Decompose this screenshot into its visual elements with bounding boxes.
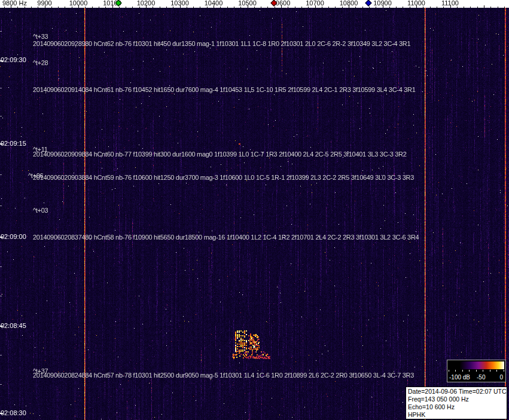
freq-tick	[261, 7, 261, 8]
colorbar-gradient	[449, 361, 504, 369]
freq-tick	[355, 7, 356, 8]
freq-tick	[254, 7, 255, 8]
freq-tick	[464, 7, 464, 8]
freq-tick	[85, 7, 86, 8]
freq-tick	[38, 7, 38, 8]
freq-tick	[504, 7, 505, 8]
freq-tick	[92, 7, 93, 8]
freq-tick	[45, 5, 45, 8]
freq-tick	[369, 7, 370, 8]
freq-tick	[477, 7, 478, 8]
freq-tick	[335, 7, 336, 8]
freq-tick	[301, 7, 302, 8]
freq-tick	[17, 7, 18, 8]
freq-tick	[416, 5, 417, 8]
freq-tick	[342, 7, 343, 8]
freq-tick	[423, 7, 423, 8]
freq-tick	[11, 5, 11, 8]
freq-tick	[187, 7, 187, 8]
freq-tick	[173, 7, 173, 8]
freq-tick	[437, 7, 437, 8]
freq-tick	[25, 7, 25, 8]
blue-diamond-marker[interactable]	[365, 0, 372, 7]
freq-tick	[193, 7, 194, 8]
freq-tick	[450, 5, 451, 8]
freq-tick	[403, 7, 403, 8]
freq-tick	[308, 7, 309, 8]
freq-tick	[119, 7, 120, 8]
freq-tick	[180, 5, 181, 8]
freq-tick	[31, 7, 32, 8]
freq-tick	[396, 7, 397, 8]
info-frequency: Freq=143 050 000 Hz	[408, 396, 505, 403]
freq-tick	[166, 7, 167, 8]
db-colorbar: -100 dB -50 0	[447, 360, 506, 382]
freq-tick	[484, 5, 484, 8]
freq-tick	[72, 7, 72, 8]
freq-tick	[200, 7, 200, 8]
freq-tick	[126, 7, 126, 8]
freq-tick	[490, 7, 491, 8]
freq-tick	[322, 7, 322, 8]
freq-tick	[227, 7, 228, 8]
freq-tick	[376, 7, 376, 8]
info-date-time: Date=2014-09-06 Time=02:07 UTC	[408, 388, 505, 396]
info-echo-frequency: Echo=10 600 Hz	[408, 403, 505, 411]
freq-tick	[160, 7, 160, 8]
freq-tick	[430, 7, 431, 8]
freq-tick	[139, 7, 140, 8]
freq-tick	[240, 7, 241, 8]
colorbar-label-min: -100 dB	[449, 375, 470, 381]
freq-tick	[362, 7, 363, 8]
freq-tick	[112, 5, 113, 8]
freq-tick	[207, 7, 208, 8]
colorbar-label-mid: -50	[477, 375, 485, 381]
freq-tick	[295, 7, 295, 8]
freq-tick	[58, 7, 59, 8]
freq-tick-label: 9800 Hz	[2, 0, 27, 7]
freq-tick	[328, 7, 329, 8]
freq-tick	[470, 7, 471, 8]
freq-tick	[78, 5, 79, 8]
freq-tick	[498, 7, 498, 8]
freq-tick	[349, 5, 349, 8]
freq-tick	[281, 5, 282, 8]
freq-tick	[389, 7, 390, 8]
freq-tick	[315, 5, 316, 8]
freq-tick	[443, 7, 444, 8]
freq-tick	[275, 7, 275, 8]
freq-tick	[51, 7, 52, 8]
frequency-axis: 9800 Hz990010000101001020010300104001050…	[0, 0, 509, 8]
freq-tick	[248, 5, 248, 8]
freq-tick	[153, 7, 153, 8]
freq-tick	[288, 7, 288, 8]
freq-tick	[146, 5, 147, 8]
freq-tick	[4, 7, 5, 8]
freq-tick	[234, 7, 234, 8]
freq-tick	[132, 7, 133, 8]
freq-tick	[410, 7, 410, 8]
freq-tick	[214, 5, 214, 8]
freq-tick	[65, 7, 65, 8]
freq-tick	[383, 5, 383, 8]
app-window: 9800 Hz990010000101001020010300104001050…	[0, 0, 509, 420]
freq-tick	[267, 7, 268, 8]
freq-tick	[99, 7, 99, 8]
freq-tick	[457, 7, 458, 8]
status-info-box: Date=2014-09-06 Time=02:07 UTC Freq=143 …	[406, 387, 507, 419]
freq-tick	[220, 7, 221, 8]
spectrogram-canvas[interactable]	[0, 8, 509, 420]
colorbar-ticks	[449, 370, 504, 372]
info-station-code: HPHK	[408, 411, 505, 419]
colorbar-label-max: 0	[499, 375, 503, 381]
freq-tick	[105, 7, 106, 8]
